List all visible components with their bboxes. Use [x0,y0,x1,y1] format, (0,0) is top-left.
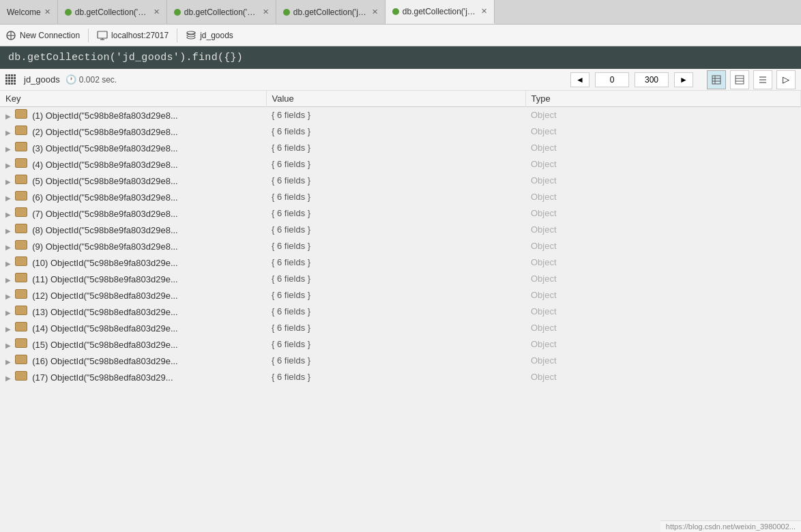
row-key: ▶ (14) ObjectId("5c98b8edfa803d29e... [0,320,266,336]
table-row[interactable]: ▶ (13) ObjectId("5c98b8edfa803d29e... { … [0,304,801,320]
row-doc-icon [15,289,27,299]
row-type: Object [525,369,801,385]
table-row[interactable]: ▶ (14) ObjectId("5c98b8edfa803d29e... { … [0,320,801,336]
table-row[interactable]: ▶ (16) ObjectId("5c98b8edfa803d29e... { … [0,353,801,369]
table-row[interactable]: ▶ (6) ObjectId("5c98b8e9fa803d29e8... { … [0,189,801,205]
row-type: Object [525,287,801,304]
row-doc-icon [15,207,27,217]
tab-1-dot [65,9,72,16]
expand-arrow[interactable]: ▶ [5,325,12,333]
expand-arrow[interactable]: ▶ [5,211,12,218]
col-type: Type [525,91,801,107]
tab-2-close[interactable]: ✕ [263,8,269,16]
row-type: Object [525,353,801,369]
expand-arrow[interactable]: ▶ [5,260,12,267]
row-key: ▶ (17) ObjectId("5c98b8edfa803d29... [0,369,266,385]
table-row[interactable]: ▶ (9) ObjectId("5c98b8e9fa803d29e8... { … [0,238,801,254]
nav-next-button[interactable]: ► [674,72,693,87]
time-info: 🕐 0.002 sec. [65,74,117,85]
monitor-icon [97,30,108,41]
expand-arrow[interactable]: ▶ [5,276,12,284]
expand-arrow[interactable]: ▶ [5,358,12,366]
row-value: { 6 fields } [266,254,525,271]
expand-arrow[interactable]: ▶ [5,227,12,235]
table-row[interactable]: ▶ (15) ObjectId("5c98b8edfa803d29e... { … [0,336,801,353]
row-value: { 6 fields } [266,369,525,385]
view-table-button[interactable] [707,70,726,89]
tab-3[interactable]: db.getCollection('jd··· ✕ [276,0,385,24]
row-doc-icon [15,240,27,250]
row-type: Object [525,222,801,238]
expand-arrow[interactable]: ▶ [5,178,12,186]
view-list-button[interactable] [730,70,749,89]
tab-2[interactable]: db.getCollection('st··· ✕ [167,0,276,24]
tab-welcome[interactable]: Welcome ✕ [0,0,58,24]
tab-3-close[interactable]: ✕ [372,8,378,16]
row-doc-icon [15,158,27,168]
tab-4[interactable]: db.getCollection('jd_··· ✕ [385,0,495,24]
expand-arrow[interactable]: ▶ [5,162,12,169]
row-value: { 6 fields } [266,336,525,353]
table-row[interactable]: ▶ (12) ObjectId("5c98b8edfa803d29e... { … [0,287,801,304]
row-type: Object [525,123,801,140]
table-row[interactable]: ▶ (2) ObjectId("5c98b8e9fa803d29e8... { … [0,123,801,140]
row-doc-icon [15,191,27,201]
expand-arrow[interactable]: ▶ [5,194,12,202]
row-doc-icon [15,306,27,315]
row-key: ▶ (6) ObjectId("5c98b8e9fa803d29e8... [0,189,266,205]
tab-welcome-label: Welcome [7,8,41,17]
view-text-button[interactable] [753,70,772,89]
results-container[interactable]: Key Value Type ▶ (1) ObjectId("5c98b8e8f… [0,91,801,526]
tab-1[interactable]: db.getCollection('do··· ✕ [58,0,167,24]
table-row[interactable]: ▶ (8) ObjectId("5c98b8e9fa803d29e8... { … [0,222,801,238]
collection-name: jd_goods [24,74,60,85]
expand-arrow[interactable]: ▶ [5,309,12,316]
host-item: localhost:27017 [97,30,169,41]
table-row[interactable]: ▶ (1) ObjectId("5c98b8e8fa803d29e8... { … [0,107,801,123]
expand-arrow[interactable]: ▶ [5,243,12,251]
expand-arrow[interactable]: ▶ [5,342,12,349]
svg-rect-11 [736,76,744,84]
row-value: { 6 fields } [266,320,525,336]
time-value: 0.002 sec. [79,75,117,85]
tab-welcome-close[interactable]: ✕ [44,8,50,16]
sep-1 [88,29,89,42]
nav-prev-button[interactable]: ◄ [570,72,589,87]
row-value: { 6 fields } [266,107,525,123]
row-value: { 6 fields } [266,238,525,254]
table-row[interactable]: ▶ (5) ObjectId("5c98b8e9fa803d29e8... { … [0,173,801,189]
tab-4-close[interactable]: ✕ [481,7,487,16]
table-row[interactable]: ▶ (3) ObjectId("5c98b8e9fa803d29e8... { … [0,140,801,156]
tab-2-label: db.getCollection('st··· [184,8,259,17]
expand-arrow[interactable]: ▶ [5,129,12,136]
table-row[interactable]: ▶ (11) ObjectId("5c98b8e9fa803d29e... { … [0,271,801,287]
row-key: ▶ (1) ObjectId("5c98b8e8fa803d29e8... [0,107,266,123]
table-row[interactable]: ▶ (4) ObjectId("5c98b8e9fa803d29e8... { … [0,156,801,173]
expand-arrow[interactable]: ▶ [5,293,12,300]
row-key: ▶ (3) ObjectId("5c98b8e9fa803d29e8... [0,140,266,156]
svg-rect-3 [98,31,107,38]
tab-1-close[interactable]: ✕ [154,8,160,16]
row-key: ▶ (5) ObjectId("5c98b8e9fa803d29e8... [0,173,266,189]
row-doc-icon [15,273,27,282]
table-row[interactable]: ▶ (10) ObjectId("5c98b8e9fa803d29e... { … [0,254,801,271]
expand-arrow[interactable]: ▶ [5,374,12,382]
row-type: Object [525,107,801,123]
row-type: Object [525,140,801,156]
page-start-input[interactable] [595,72,629,87]
row-key: ▶ (11) ObjectId("5c98b8e9fa803d29e... [0,271,266,287]
svg-rect-7 [712,76,720,84]
page-size-input[interactable] [635,72,669,87]
table-row[interactable]: ▶ (17) ObjectId("5c98b8edfa803d29... { 6… [0,369,801,385]
expand-arrow[interactable]: ▶ [5,145,12,153]
list-icon [735,75,744,85]
expand-arrow[interactable]: ▶ [5,113,12,120]
command-bar[interactable]: db.getCollection('jd_goods').find({}) [0,46,801,69]
new-connection-label[interactable]: New Connection [20,31,80,40]
table-row[interactable]: ▶ (7) ObjectId("5c98b8e9fa803d29e8... { … [0,205,801,222]
data-table: Key Value Type ▶ (1) ObjectId("5c98b8e8f… [0,91,801,385]
row-value: { 6 fields } [266,189,525,205]
more-icon: ▷ [783,74,789,85]
view-buttons: ▷ [704,70,796,89]
view-more-button[interactable]: ▷ [776,70,796,89]
